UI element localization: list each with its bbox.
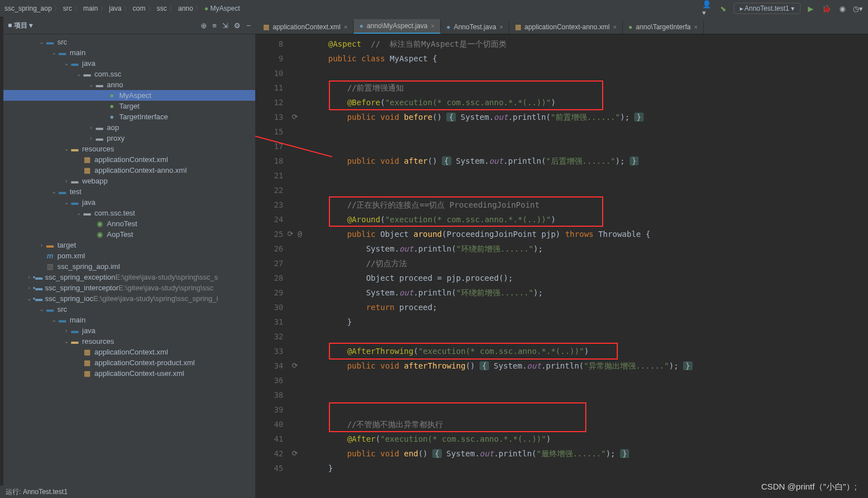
editor-tab[interactable]: ●anno\MyAspect.java×	[354, 19, 441, 34]
project-panel: ■ 项目 ▾ ⊕ ≡ ⇲ ⚙ − ⌄▬src⌄▬main⌄▬java⌄▬com.…	[3, 17, 256, 498]
code-editor[interactable]: 8910111213151718212223242526272829303132…	[255, 34, 868, 498]
hide-icon[interactable]: −	[246, 21, 251, 30]
tree-item[interactable]: ⌄▬anno	[3, 79, 255, 90]
tree-item[interactable]: ›▬proxy	[3, 133, 255, 143]
gear-icon[interactable]: ⚙	[234, 21, 241, 30]
watermark: CSDN @printf（"小白"）;	[761, 482, 857, 492]
sort-icon[interactable]: ≡	[213, 21, 217, 30]
expand-icon[interactable]: ⇲	[222, 21, 228, 30]
user-icon[interactable]: 👤▾	[702, 3, 713, 14]
tree-item[interactable]: ⌄▬src	[3, 304, 255, 315]
tree-item[interactable]: ⌄▬main	[3, 315, 255, 325]
tree-item[interactable]: ›▪▬ssc_spring_interceptor E:\gitee\java-…	[3, 282, 255, 293]
tree-item[interactable]: ●TargetInterface	[3, 111, 255, 122]
tree-item[interactable]: ⌄▬com.ssc.test	[3, 208, 255, 218]
close-icon[interactable]: ×	[694, 24, 698, 30]
project-header: ■ 项目 ▾ ⊕ ≡ ⇲ ⚙ −	[3, 17, 255, 34]
close-icon[interactable]: ×	[613, 24, 616, 30]
tree-item[interactable]: ⌄▬resources	[3, 143, 255, 154]
tree-item[interactable]: ›▬aop	[3, 122, 255, 133]
tree-item[interactable]: ▦applicationContext-user.xml	[3, 368, 255, 379]
editor-area: ▦applicationContext.xml×●anno\MyAspect.j…	[255, 17, 868, 498]
status-bar: 运行: AnnoTest.test1	[0, 486, 73, 498]
close-icon[interactable]: ×	[431, 23, 434, 29]
breadcrumb[interactable]: ssc_spring_aop〉src〉main〉java〉com〉ssc〉ann…	[4, 4, 240, 14]
tree-item[interactable]: ⌄▪▬ssc_spring_ioc E:\gitee\java-study\sp…	[3, 293, 255, 304]
editor-tab[interactable]: ●anno\TargetInterfa×	[623, 20, 704, 34]
tree-item[interactable]: ●Target	[3, 101, 255, 111]
project-tools[interactable]: ⊕ ≡ ⇲ ⚙ −	[201, 21, 251, 30]
target-icon[interactable]: ⊕	[201, 21, 207, 30]
source-code[interactable]: @Aspect // 标注当前MyAspect是一个切面类 public cla…	[309, 37, 868, 475]
tree-item[interactable]: ›▬target	[3, 240, 255, 250]
close-icon[interactable]: ×	[500, 24, 503, 30]
coverage-icon[interactable]: ◉	[837, 3, 848, 14]
tree-item[interactable]: ●MyAspect	[3, 90, 255, 101]
editor-tab[interactable]: ●AnnoTest.java×	[441, 20, 509, 34]
editor-tab[interactable]: ▦applicationContext-anno.xml×	[509, 20, 623, 34]
tree-item[interactable]: ⌄▬java	[3, 197, 255, 208]
run-config[interactable]: ▸ AnnoTest.test1 ▾	[734, 3, 801, 14]
tree-item[interactable]: ▦applicationContext-product.xml	[3, 357, 255, 368]
tree-item[interactable]: ▦applicationContext.xml	[3, 154, 255, 165]
build-icon[interactable]: ⬊	[718, 3, 729, 14]
project-tree[interactable]: ⌄▬src⌄▬main⌄▬java⌄▬com.ssc⌄▬anno●MyAspec…	[3, 34, 255, 498]
tree-item[interactable]: ▦applicationContext.xml	[3, 347, 255, 357]
editor-tabs[interactable]: ▦applicationContext.xml×●anno\MyAspect.j…	[255, 17, 868, 34]
toolbar-right: 👤▾ ⬊ ▸ AnnoTest.test1 ▾ ▶ 🐞 ◉ ◷▾	[702, 3, 864, 14]
tree-item[interactable]: ▥ssc_spring_aop.iml	[3, 261, 255, 272]
tree-item[interactable]: ▦applicationContext-anno.xml	[3, 165, 255, 176]
run-icon[interactable]: ▶	[805, 3, 816, 14]
tree-item[interactable]: mpom.xml	[3, 250, 255, 261]
tree-item[interactable]: ⌄▬src	[3, 37, 255, 47]
tree-item[interactable]: ›▬webapp	[3, 176, 255, 186]
tree-item[interactable]: ›▬java	[3, 325, 255, 336]
tree-item[interactable]: ⌄▬resources	[3, 336, 255, 347]
profile-icon[interactable]: ◷▾	[852, 3, 864, 14]
tree-item[interactable]: ›▪▬ssc_spring_exception E:\gitee\java-st…	[3, 272, 255, 282]
editor-tab[interactable]: ▦applicationContext.xml×	[257, 20, 354, 34]
line-gutter: 8910111213151718212223242526272829303132…	[255, 34, 283, 475]
project-title: ■ 项目 ▾	[8, 21, 33, 30]
tree-item[interactable]: ⌄▬com.ssc	[3, 69, 255, 79]
marker-gutter[interactable]: ⟳ ⟳ @ ⟳ ⟳	[283, 34, 306, 475]
top-bar: ssc_spring_aop〉src〉main〉java〉com〉ssc〉ann…	[0, 0, 868, 17]
tree-item[interactable]: ◉AopTest	[3, 229, 255, 240]
tree-item[interactable]: ⌄▬java	[3, 58, 255, 69]
close-icon[interactable]: ×	[344, 24, 347, 30]
tree-item[interactable]: ◉AnnoTest	[3, 218, 255, 229]
debug-icon[interactable]: 🐞	[821, 3, 832, 14]
tree-item[interactable]: ⌄▬test	[3, 186, 255, 197]
tree-item[interactable]: ⌄▬main	[3, 47, 255, 58]
